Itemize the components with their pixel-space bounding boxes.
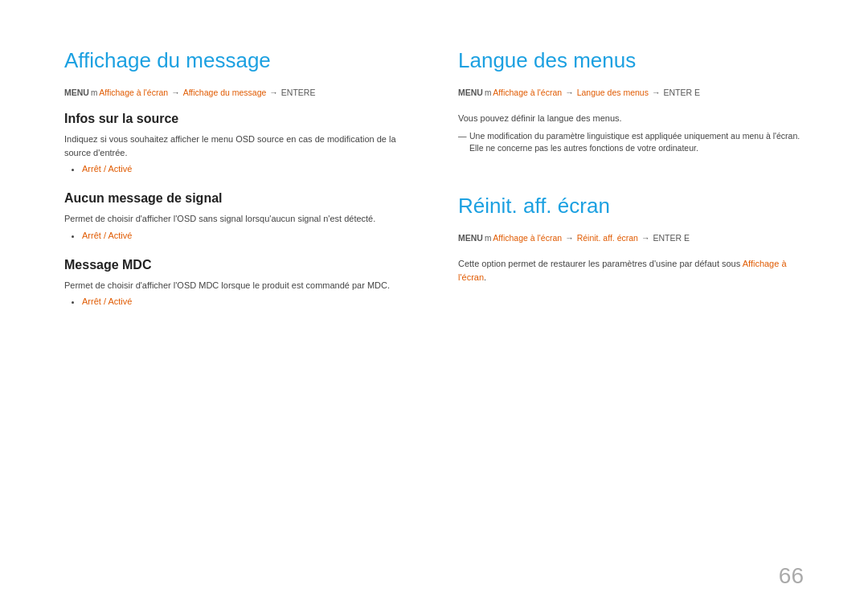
langue-description: Vous pouvez définir la langue des menus. [458, 112, 804, 125]
section-infos-source: Infos sur la source Indiquez si vous sou… [64, 112, 410, 174]
desc-infos-source: Indiquez si vous souhaitez afficher le m… [64, 133, 410, 159]
menu-prefix-reinit: MENU [458, 233, 483, 243]
reinit-desc-prefix: Cette option permet de restaurer les par… [458, 259, 743, 268]
langue-menu-path: MENU m Affichage à l'écran → Langue des … [458, 88, 804, 97]
reinit-desc-suffix: . [484, 272, 486, 282]
reinit-step3: ENTER E [653, 233, 690, 243]
langue-title: Langue des menus [458, 48, 804, 73]
langue-step1: Affichage à l'écran [493, 88, 562, 97]
bullet-item-message-mdc: Arrêt / Activé [82, 296, 410, 306]
reinit-step2: Réinit. aff. écran [577, 233, 638, 243]
menu-icon-reinit: m [485, 234, 491, 243]
langue-step3: ENTER E [663, 88, 700, 97]
desc-message-mdc: Permet de choisir d'afficher l'OSD MDC l… [64, 279, 410, 292]
section-aucun-message: Aucun message de signal Permet de choisi… [64, 191, 410, 240]
menu-icon-left: m [91, 88, 97, 97]
bullet-aucun-message: Arrêt / Activé [64, 231, 410, 240]
left-menu-path: MENU m Affichage à l'écran → Affichage d… [64, 88, 410, 97]
reinit-menu-path: MENU m Affichage à l'écran → Réinit. aff… [458, 233, 804, 243]
menu-step2-left: Affichage du message [183, 88, 267, 97]
bullet-text-infos-source: Arrêt / Activé [82, 164, 132, 174]
desc-aucun-message: Permet de choisir d'afficher l'OSD sans … [64, 212, 410, 226]
page-number: 66 [779, 563, 804, 589]
reinit-description: Cette option permet de restaurer les par… [458, 257, 804, 284]
reinit-arrow2: → [641, 233, 650, 243]
reinit-step1: Affichage à l'écran [493, 233, 562, 243]
title-infos-source: Infos sur la source [64, 112, 410, 126]
menu-step1-left: Affichage à l'écran [99, 88, 168, 97]
reinit-arrow1: → [565, 233, 574, 243]
left-main-title: Affichage du message [64, 48, 410, 73]
bullet-item-infos-source: Arrêt / Activé [82, 164, 410, 174]
menu-prefix-left: MENU [64, 88, 89, 97]
langue-arrow1: → [565, 88, 574, 97]
left-column: Affichage du message MENU m Affichage à … [64, 48, 410, 573]
section-message-mdc: Message MDC Permet de choisir d'afficher… [64, 258, 410, 307]
menu-step3-left: ENTERE [281, 88, 316, 97]
langue-note: Une modification du paramètre linguistiq… [458, 130, 804, 156]
bullet-infos-source: Arrêt / Activé [64, 164, 410, 174]
title-aucun-message: Aucun message de signal [64, 191, 410, 206]
bullet-item-aucun-message: Arrêt / Activé [82, 231, 410, 240]
page-container: Affichage du message MENU m Affichage à … [0, 0, 868, 613]
menu-icon-langue: m [485, 88, 491, 97]
right-column: Langue des menus MENU m Affichage à l'éc… [458, 48, 804, 573]
title-message-mdc: Message MDC [64, 258, 410, 272]
arrow2-left: → [269, 88, 278, 97]
bullet-message-mdc: Arrêt / Activé [64, 296, 410, 306]
reinit-title: Réinit. aff. écran [458, 194, 804, 219]
menu-prefix-langue: MENU [458, 88, 483, 97]
langue-arrow2: → [652, 88, 661, 97]
bullet-text-message-mdc: Arrêt / Activé [82, 296, 132, 306]
arrow1-left: → [171, 88, 180, 97]
bullet-text-aucun-message: Arrêt / Activé [82, 231, 132, 240]
langue-step2: Langue des menus [577, 88, 649, 97]
